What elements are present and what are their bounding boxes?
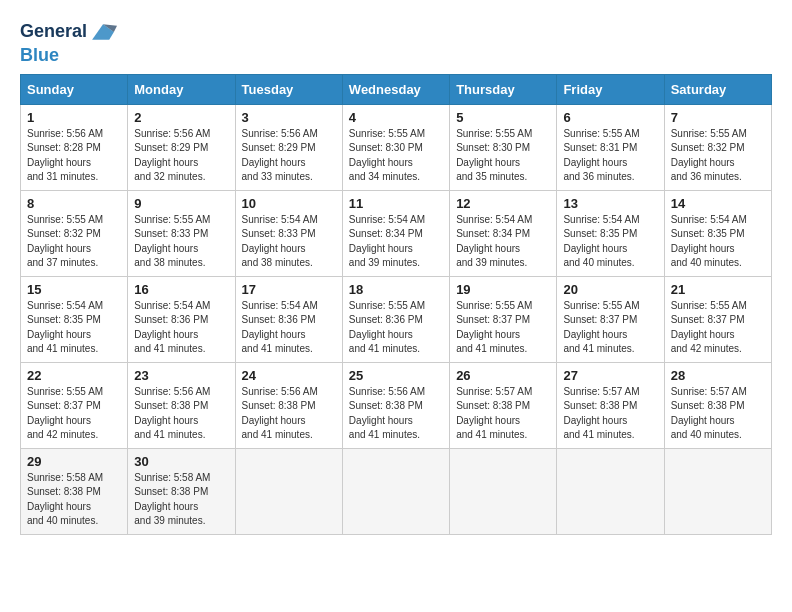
day-number: 1 xyxy=(27,110,121,125)
day-info: Sunrise: 5:55 AMSunset: 8:30 PMDaylight … xyxy=(349,127,443,185)
calendar-cell: 28Sunrise: 5:57 AMSunset: 8:38 PMDayligh… xyxy=(664,362,771,448)
day-number: 19 xyxy=(456,282,550,297)
day-number: 14 xyxy=(671,196,765,211)
calendar-cell: 27Sunrise: 5:57 AMSunset: 8:38 PMDayligh… xyxy=(557,362,664,448)
day-number: 4 xyxy=(349,110,443,125)
header: General Blue xyxy=(20,18,772,66)
calendar-table: SundayMondayTuesdayWednesdayThursdayFrid… xyxy=(20,74,772,535)
logo-blue-text: Blue xyxy=(20,46,59,66)
day-number: 20 xyxy=(563,282,657,297)
day-info: Sunrise: 5:54 AMSunset: 8:34 PMDaylight … xyxy=(349,213,443,271)
day-info: Sunrise: 5:57 AMSunset: 8:38 PMDaylight … xyxy=(456,385,550,443)
calendar-cell: 26Sunrise: 5:57 AMSunset: 8:38 PMDayligh… xyxy=(450,362,557,448)
day-number: 16 xyxy=(134,282,228,297)
day-info: Sunrise: 5:55 AMSunset: 8:32 PMDaylight … xyxy=(27,213,121,271)
calendar-cell: 4Sunrise: 5:55 AMSunset: 8:30 PMDaylight… xyxy=(342,104,449,190)
calendar-cell: 21Sunrise: 5:55 AMSunset: 8:37 PMDayligh… xyxy=(664,276,771,362)
calendar-cell xyxy=(664,448,771,534)
day-info: Sunrise: 5:55 AMSunset: 8:32 PMDaylight … xyxy=(671,127,765,185)
day-number: 22 xyxy=(27,368,121,383)
day-number: 25 xyxy=(349,368,443,383)
calendar-cell: 15Sunrise: 5:54 AMSunset: 8:35 PMDayligh… xyxy=(21,276,128,362)
calendar-week-5: 29Sunrise: 5:58 AMSunset: 8:38 PMDayligh… xyxy=(21,448,772,534)
day-number: 21 xyxy=(671,282,765,297)
calendar-cell: 24Sunrise: 5:56 AMSunset: 8:38 PMDayligh… xyxy=(235,362,342,448)
calendar-cell: 17Sunrise: 5:54 AMSunset: 8:36 PMDayligh… xyxy=(235,276,342,362)
day-info: Sunrise: 5:56 AMSunset: 8:38 PMDaylight … xyxy=(242,385,336,443)
day-info: Sunrise: 5:56 AMSunset: 8:29 PMDaylight … xyxy=(134,127,228,185)
logo-text: General xyxy=(20,22,87,42)
weekday-header-saturday: Saturday xyxy=(664,74,771,104)
logo: General Blue xyxy=(20,18,117,66)
day-number: 18 xyxy=(349,282,443,297)
calendar-cell: 29Sunrise: 5:58 AMSunset: 8:38 PMDayligh… xyxy=(21,448,128,534)
calendar-cell: 16Sunrise: 5:54 AMSunset: 8:36 PMDayligh… xyxy=(128,276,235,362)
calendar-cell: 18Sunrise: 5:55 AMSunset: 8:36 PMDayligh… xyxy=(342,276,449,362)
calendar-cell: 6Sunrise: 5:55 AMSunset: 8:31 PMDaylight… xyxy=(557,104,664,190)
day-info: Sunrise: 5:55 AMSunset: 8:31 PMDaylight … xyxy=(563,127,657,185)
calendar-cell: 20Sunrise: 5:55 AMSunset: 8:37 PMDayligh… xyxy=(557,276,664,362)
calendar-cell: 2Sunrise: 5:56 AMSunset: 8:29 PMDaylight… xyxy=(128,104,235,190)
logo-icon xyxy=(89,18,117,46)
day-number: 2 xyxy=(134,110,228,125)
calendar-cell: 25Sunrise: 5:56 AMSunset: 8:38 PMDayligh… xyxy=(342,362,449,448)
weekday-header-friday: Friday xyxy=(557,74,664,104)
weekday-header-wednesday: Wednesday xyxy=(342,74,449,104)
day-info: Sunrise: 5:54 AMSunset: 8:35 PMDaylight … xyxy=(27,299,121,357)
day-info: Sunrise: 5:55 AMSunset: 8:36 PMDaylight … xyxy=(349,299,443,357)
calendar-cell: 9Sunrise: 5:55 AMSunset: 8:33 PMDaylight… xyxy=(128,190,235,276)
calendar-week-1: 1Sunrise: 5:56 AMSunset: 8:28 PMDaylight… xyxy=(21,104,772,190)
day-info: Sunrise: 5:55 AMSunset: 8:33 PMDaylight … xyxy=(134,213,228,271)
calendar-cell: 1Sunrise: 5:56 AMSunset: 8:28 PMDaylight… xyxy=(21,104,128,190)
day-number: 10 xyxy=(242,196,336,211)
day-info: Sunrise: 5:55 AMSunset: 8:37 PMDaylight … xyxy=(27,385,121,443)
day-number: 23 xyxy=(134,368,228,383)
calendar-cell: 19Sunrise: 5:55 AMSunset: 8:37 PMDayligh… xyxy=(450,276,557,362)
calendar-cell: 23Sunrise: 5:56 AMSunset: 8:38 PMDayligh… xyxy=(128,362,235,448)
calendar-week-2: 8Sunrise: 5:55 AMSunset: 8:32 PMDaylight… xyxy=(21,190,772,276)
day-info: Sunrise: 5:57 AMSunset: 8:38 PMDaylight … xyxy=(563,385,657,443)
day-info: Sunrise: 5:55 AMSunset: 8:37 PMDaylight … xyxy=(456,299,550,357)
calendar-week-4: 22Sunrise: 5:55 AMSunset: 8:37 PMDayligh… xyxy=(21,362,772,448)
day-number: 27 xyxy=(563,368,657,383)
day-number: 6 xyxy=(563,110,657,125)
calendar-cell: 22Sunrise: 5:55 AMSunset: 8:37 PMDayligh… xyxy=(21,362,128,448)
day-number: 8 xyxy=(27,196,121,211)
day-info: Sunrise: 5:54 AMSunset: 8:35 PMDaylight … xyxy=(563,213,657,271)
day-info: Sunrise: 5:55 AMSunset: 8:30 PMDaylight … xyxy=(456,127,550,185)
day-number: 26 xyxy=(456,368,550,383)
calendar-cell: 14Sunrise: 5:54 AMSunset: 8:35 PMDayligh… xyxy=(664,190,771,276)
day-info: Sunrise: 5:54 AMSunset: 8:33 PMDaylight … xyxy=(242,213,336,271)
day-number: 17 xyxy=(242,282,336,297)
calendar-cell: 13Sunrise: 5:54 AMSunset: 8:35 PMDayligh… xyxy=(557,190,664,276)
day-info: Sunrise: 5:54 AMSunset: 8:36 PMDaylight … xyxy=(242,299,336,357)
day-number: 5 xyxy=(456,110,550,125)
day-info: Sunrise: 5:56 AMSunset: 8:38 PMDaylight … xyxy=(134,385,228,443)
day-number: 29 xyxy=(27,454,121,469)
day-info: Sunrise: 5:56 AMSunset: 8:28 PMDaylight … xyxy=(27,127,121,185)
day-number: 13 xyxy=(563,196,657,211)
calendar-cell xyxy=(450,448,557,534)
day-info: Sunrise: 5:58 AMSunset: 8:38 PMDaylight … xyxy=(27,471,121,529)
day-number: 28 xyxy=(671,368,765,383)
calendar-cell: 3Sunrise: 5:56 AMSunset: 8:29 PMDaylight… xyxy=(235,104,342,190)
day-info: Sunrise: 5:54 AMSunset: 8:36 PMDaylight … xyxy=(134,299,228,357)
day-number: 7 xyxy=(671,110,765,125)
day-number: 15 xyxy=(27,282,121,297)
weekday-header-sunday: Sunday xyxy=(21,74,128,104)
calendar-cell: 12Sunrise: 5:54 AMSunset: 8:34 PMDayligh… xyxy=(450,190,557,276)
day-info: Sunrise: 5:54 AMSunset: 8:35 PMDaylight … xyxy=(671,213,765,271)
day-number: 30 xyxy=(134,454,228,469)
calendar-cell: 30Sunrise: 5:58 AMSunset: 8:38 PMDayligh… xyxy=(128,448,235,534)
day-info: Sunrise: 5:56 AMSunset: 8:38 PMDaylight … xyxy=(349,385,443,443)
day-info: Sunrise: 5:56 AMSunset: 8:29 PMDaylight … xyxy=(242,127,336,185)
day-info: Sunrise: 5:55 AMSunset: 8:37 PMDaylight … xyxy=(563,299,657,357)
calendar-cell xyxy=(342,448,449,534)
day-info: Sunrise: 5:57 AMSunset: 8:38 PMDaylight … xyxy=(671,385,765,443)
calendar-cell xyxy=(557,448,664,534)
day-info: Sunrise: 5:55 AMSunset: 8:37 PMDaylight … xyxy=(671,299,765,357)
page: General Blue SundayMondayTuesdayWednesda… xyxy=(0,0,792,612)
calendar-cell: 8Sunrise: 5:55 AMSunset: 8:32 PMDaylight… xyxy=(21,190,128,276)
calendar-cell xyxy=(235,448,342,534)
calendar-cell: 7Sunrise: 5:55 AMSunset: 8:32 PMDaylight… xyxy=(664,104,771,190)
